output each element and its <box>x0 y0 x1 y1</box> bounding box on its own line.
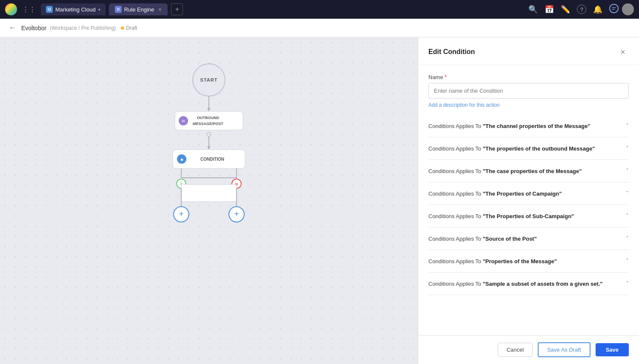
svg-text:MESSAGE/POST: MESSAGE/POST <box>193 122 224 126</box>
svg-rect-24 <box>181 185 237 202</box>
accordion-label-8: Conditions Applies To "Sample a subset o… <box>428 281 603 287</box>
accordion-label-4: Conditions Applies To "The Properties of… <box>428 191 562 197</box>
back-button[interactable]: ← <box>7 22 18 34</box>
flow-diagram: START ✉ OUTBOUND MESSAGE/POST ◆ CONDITIO… <box>145 59 273 237</box>
name-label: Name * <box>428 74 629 80</box>
accordion-item-6: Conditions Applies To "Source of the Pos… <box>428 228 629 250</box>
svg-text:CONDITION: CONDITION <box>200 157 224 162</box>
panel-title: Edit Condition <box>428 48 475 56</box>
calendar-icon[interactable]: 📅 <box>545 5 554 14</box>
accordion-header-8[interactable]: Conditions Applies To "Sample a subset o… <box>428 273 629 295</box>
svg-text:START: START <box>200 77 218 82</box>
save-button[interactable]: Save <box>596 343 629 356</box>
chevron-down-icon-4: ˅ <box>626 190 629 197</box>
svg-point-0 <box>610 4 618 13</box>
add-tab-button[interactable]: + <box>171 3 183 15</box>
accordion-header-6[interactable]: Conditions Applies To "Source of the Pos… <box>428 228 629 250</box>
svg-marker-4 <box>207 108 211 111</box>
edit-condition-panel: Edit Condition × Name * Add a descriptio… <box>418 37 639 364</box>
close-panel-button[interactable]: × <box>617 46 629 58</box>
chevron-down-icon-8: ˅ <box>626 280 629 287</box>
svg-text:+: + <box>179 209 184 219</box>
workspace-path: (Workspace / Pre Publishing) <box>50 25 116 31</box>
condition-name-input[interactable] <box>428 83 629 99</box>
status-badge: Draft <box>121 25 137 31</box>
chevron-down-icon-5: ˅ <box>626 213 629 219</box>
marketing-cloud-label: Marketing Cloud <box>55 6 96 13</box>
svg-point-10 <box>207 132 211 136</box>
cancel-button[interactable]: Cancel <box>498 343 533 357</box>
svg-marker-12 <box>207 146 211 150</box>
save-as-draft-button[interactable]: Save As Draft <box>538 342 590 357</box>
accordion-item-5: Conditions Applies To "The Properties of… <box>428 205 629 228</box>
user-avatar[interactable] <box>622 3 634 15</box>
required-indicator: * <box>445 74 447 80</box>
chevron-down-icon-1: ˅ <box>626 122 629 129</box>
accordion-header-7[interactable]: Conditions Applies To "Properties of the… <box>428 250 629 272</box>
accordion-item-8: Conditions Applies To "Sample a subset o… <box>428 273 629 295</box>
draft-dot <box>121 26 124 30</box>
rule-engine-tab[interactable]: ⚙ Rule Engine ✕ <box>109 3 168 15</box>
accordion-item-4: Conditions Applies To "The Properties of… <box>428 182 629 205</box>
edit-icon[interactable]: ✏️ <box>561 5 570 14</box>
svg-text:+: + <box>234 209 239 219</box>
search-icon[interactable]: 🔍 <box>528 5 538 14</box>
accordion-item-7: Conditions Applies To "Properties of the… <box>428 250 629 273</box>
marketing-cloud-tab[interactable]: M Marketing Cloud ▾ <box>41 3 106 15</box>
status-label: Draft <box>126 25 137 31</box>
accordion-label-3: Conditions Applies To "The case properti… <box>428 168 582 174</box>
flow-canvas[interactable]: START ✉ OUTBOUND MESSAGE/POST ◆ CONDITIO… <box>0 37 418 364</box>
name-field-group: Name * Add a description for this action <box>428 74 629 108</box>
svg-text:✉: ✉ <box>182 119 185 123</box>
accordion-item-2: Conditions Applies To "The properties of… <box>428 137 629 160</box>
accordion-label-6: Conditions Applies To "Source of the Pos… <box>428 236 537 242</box>
accordion-item-1: Conditions Applies To "The channel prope… <box>428 115 629 137</box>
accordion-list: Conditions Applies To "The channel prope… <box>428 115 629 295</box>
workspace-title: Evoltobor <box>21 25 46 31</box>
accordion-label-7: Conditions Applies To "Properties of the… <box>428 258 557 264</box>
chevron-down-icon-2: ˅ <box>626 145 629 152</box>
accordion-header-3[interactable]: Conditions Applies To "The case properti… <box>428 160 629 182</box>
rule-engine-label: Rule Engine <box>124 6 154 13</box>
accordion-header-4[interactable]: Conditions Applies To "The Properties of… <box>428 182 629 205</box>
svg-text:OUTBOUND: OUTBOUND <box>197 116 219 120</box>
chevron-down-icon: ▾ <box>98 7 100 12</box>
accordion-header-1[interactable]: Conditions Applies To "The channel prope… <box>428 115 629 137</box>
accordion-header-2[interactable]: Conditions Applies To "The properties of… <box>428 137 629 159</box>
rule-engine-icon: ⚙ <box>115 6 122 13</box>
chevron-down-icon-7: ˅ <box>626 258 629 264</box>
app-logo <box>5 3 17 15</box>
accordion-label-5: Conditions Applies To "The Properties of… <box>428 213 574 219</box>
chevron-down-icon-6: ˅ <box>626 235 629 242</box>
svg-text:◆: ◆ <box>180 157 183 162</box>
close-tab-icon[interactable]: ✕ <box>158 7 162 12</box>
panel-header: Edit Condition × <box>418 37 639 65</box>
sub-nav: ← Evoltobor (Workspace / Pre Publishing)… <box>0 19 639 37</box>
panel-footer: Cancel Save As Draft Save <box>418 335 639 364</box>
nav-icons: 🔍 📅 ✏️ ? 🔔 <box>528 4 619 15</box>
main-layout: START ✉ OUTBOUND MESSAGE/POST ◆ CONDITIO… <box>0 37 639 364</box>
accordion-label-2: Conditions Applies To "The properties of… <box>428 145 595 152</box>
marketing-cloud-icon: M <box>46 6 53 13</box>
help-icon[interactable]: ? <box>577 5 586 14</box>
accordion-header-5[interactable]: Conditions Applies To "The Properties of… <box>428 205 629 227</box>
chevron-down-icon-3: ˅ <box>626 168 629 174</box>
accordion-item-3: Conditions Applies To "The case properti… <box>428 160 629 182</box>
chat-icon[interactable] <box>609 4 619 15</box>
notifications-icon[interactable]: 🔔 <box>593 5 602 14</box>
accordion-label-1: Conditions Applies To "The channel prope… <box>428 123 591 129</box>
panel-body: Name * Add a description for this action… <box>418 65 639 335</box>
add-description-link[interactable]: Add a description for this action <box>428 102 629 108</box>
grid-icon[interactable]: ⋮⋮ <box>20 4 37 15</box>
top-nav: ⋮⋮ M Marketing Cloud ▾ ⚙ Rule Engine ✕ +… <box>0 0 639 19</box>
